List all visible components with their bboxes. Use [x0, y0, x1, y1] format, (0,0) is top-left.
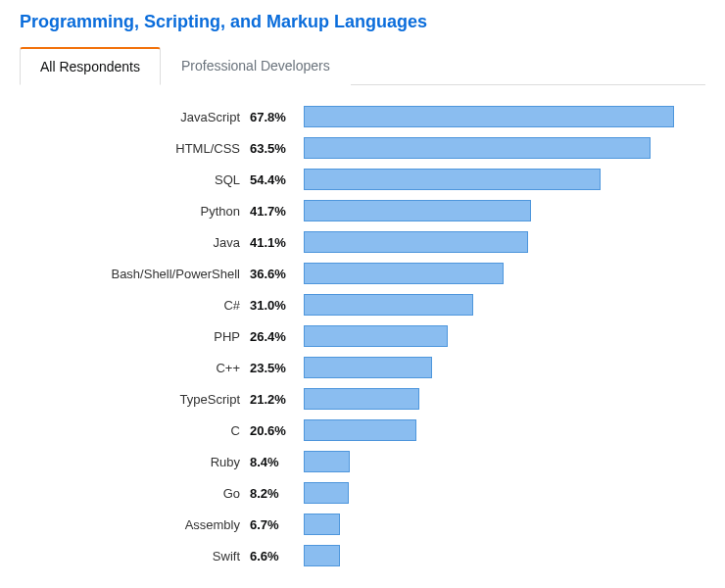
chart-bar [304, 294, 473, 316]
chart-row: Swift6.6% [20, 544, 686, 567]
chart-row-label: C# [20, 298, 250, 313]
chart-bar [304, 545, 340, 566]
chart-row-label: C++ [20, 361, 250, 375]
tabs-container: All Respondents Professional Developers [20, 46, 705, 85]
chart-row-label: SQL [20, 172, 250, 187]
chart-row-value: 23.5% [250, 361, 304, 375]
chart-row-value: 6.7% [250, 517, 304, 532]
chart-bar [304, 106, 674, 127]
chart-row-value: 41.7% [250, 204, 304, 219]
chart-bar-track [304, 482, 686, 504]
chart-row: C20.6% [20, 418, 686, 442]
chart-bar-track [304, 231, 686, 253]
tab-all-respondents[interactable]: All Respondents [20, 47, 161, 85]
chart-row-label: JavaScript [20, 110, 250, 124]
chart-bar [304, 169, 601, 190]
chart-row-value: 26.4% [250, 329, 304, 344]
chart-row-label: PHP [20, 329, 250, 344]
chart-row: PHP26.4% [20, 324, 686, 348]
chart-row-value: 67.8% [250, 110, 304, 124]
chart-row-label: C [20, 423, 250, 438]
chart-row: Ruby8.4% [20, 450, 686, 473]
tab-professional-developers[interactable]: Professional Developers [161, 47, 351, 85]
chart-bar-track [304, 388, 686, 410]
chart-bar [304, 451, 350, 472]
chart-bar-track [304, 200, 686, 221]
chart-row-value: 8.2% [250, 486, 304, 501]
chart-row-label: Ruby [20, 455, 250, 469]
chart-row-label: TypeScript [20, 392, 250, 407]
chart-row: Bash/Shell/PowerShell36.6% [20, 262, 686, 285]
chart-row-label: HTML/CSS [20, 141, 250, 156]
chart-bar [304, 200, 531, 221]
chart-bar-track [304, 325, 686, 347]
chart-row: C++23.5% [20, 356, 686, 379]
chart-row-label: Swift [20, 549, 250, 564]
chart-bar [304, 357, 432, 378]
chart-bar-track [304, 514, 686, 535]
chart-bar [304, 325, 448, 347]
chart-bar-track [304, 137, 686, 159]
chart-row: Python41.7% [20, 199, 686, 222]
chart-row-label: Go [20, 486, 250, 501]
chart-row: TypeScript21.2% [20, 387, 686, 411]
chart-bar-track [304, 294, 686, 316]
chart-row-value: 6.6% [250, 549, 304, 564]
chart-bar-track [304, 106, 686, 127]
chart-bar [304, 482, 349, 504]
chart-row-value: 36.6% [250, 267, 304, 281]
chart-bar [304, 388, 419, 410]
bar-chart: JavaScript67.8%HTML/CSS63.5%SQL54.4%Pyth… [20, 105, 705, 567]
chart-row-value: 54.4% [250, 172, 304, 187]
chart-row-value: 20.6% [250, 423, 304, 438]
chart-bar-track [304, 357, 686, 378]
chart-row-label: Python [20, 204, 250, 219]
chart-bar [304, 419, 416, 441]
chart-row: Assembly6.7% [20, 513, 686, 536]
chart-row-label: Bash/Shell/PowerShell [20, 267, 250, 281]
chart-bar [304, 231, 528, 253]
chart-row-value: 41.1% [250, 235, 304, 250]
chart-row: Java41.1% [20, 230, 686, 254]
chart-row: HTML/CSS63.5% [20, 136, 686, 160]
page-title: Programming, Scripting, and Markup Langu… [20, 12, 705, 32]
chart-bar-track [304, 169, 686, 190]
chart-row: JavaScript67.8% [20, 105, 686, 128]
chart-bar [304, 263, 504, 284]
chart-row-label: Assembly [20, 517, 250, 532]
chart-bar-track [304, 419, 686, 441]
chart-row-value: 21.2% [250, 392, 304, 407]
chart-row-label: Java [20, 235, 250, 250]
chart-row: SQL54.4% [20, 168, 686, 191]
chart-bar-track [304, 451, 686, 472]
chart-bar [304, 137, 651, 159]
chart-bar-track [304, 545, 686, 566]
chart-row-value: 63.5% [250, 141, 304, 156]
chart-row-value: 31.0% [250, 298, 304, 313]
chart-bar-track [304, 263, 686, 284]
chart-row: C#31.0% [20, 293, 686, 317]
chart-bar [304, 514, 340, 535]
chart-row: Go8.2% [20, 481, 686, 505]
chart-row-value: 8.4% [250, 455, 304, 469]
